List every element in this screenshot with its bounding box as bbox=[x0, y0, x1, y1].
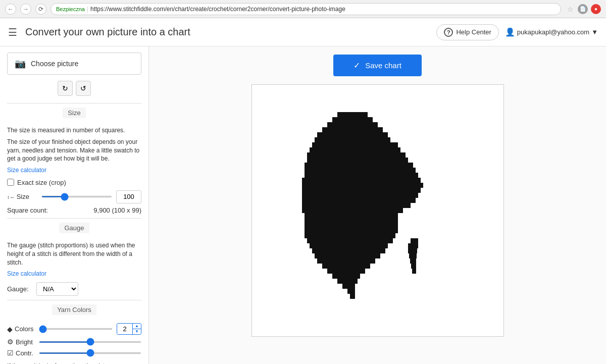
colors-row: ◆ Colors ▲ ▼ bbox=[7, 323, 141, 335]
svg-rect-27 bbox=[305, 228, 398, 233]
size-calculator-link[interactable]: Size calculator bbox=[7, 167, 46, 174]
contr-slider[interactable] bbox=[39, 352, 141, 354]
reload-button[interactable]: ⟳ bbox=[35, 4, 46, 15]
chrome-icons: 📄 ● bbox=[578, 4, 601, 14]
divider-yarn bbox=[7, 300, 141, 300]
gauge-section-header: Gauge bbox=[7, 223, 141, 237]
size-desc1: The size is measured in number of square… bbox=[7, 126, 141, 135]
contr-row: ☑ Contr. bbox=[7, 349, 141, 357]
svg-rect-45 bbox=[410, 258, 416, 264]
gauge-select-row: Gauge: N/A Custom bbox=[7, 282, 141, 296]
size-calculator-link-row: Size calculator bbox=[7, 166, 141, 175]
svg-rect-1 bbox=[332, 117, 373, 122]
svg-rect-8 bbox=[307, 152, 406, 158]
svg-rect-40 bbox=[350, 294, 355, 299]
svg-rect-44 bbox=[409, 253, 417, 258]
yarn-colors-section-label: Yarn Colors bbox=[52, 304, 96, 315]
gauge-calculator-link[interactable]: Size calculator bbox=[7, 270, 46, 277]
colors-spinner: ▲ ▼ bbox=[117, 323, 141, 335]
svg-rect-23 bbox=[403, 198, 411, 203]
svg-rect-33 bbox=[317, 258, 375, 264]
sidebar: 📷 Choose picture ↻ ↺ Size The size is me… bbox=[0, 46, 149, 364]
svg-rect-21 bbox=[398, 188, 413, 193]
svg-rect-42 bbox=[408, 243, 418, 248]
spinner-arrows: ▲ ▼ bbox=[132, 324, 141, 334]
gauge-select[interactable]: N/A Custom bbox=[36, 282, 78, 296]
bright-label: ⚙ Bright bbox=[7, 338, 35, 346]
address-bar: Bezpieczna | https://www.stitchfiddle.co… bbox=[50, 3, 561, 15]
spinner-down-button[interactable]: ▼ bbox=[133, 329, 141, 334]
question-icon: ? bbox=[444, 28, 453, 37]
svg-rect-22 bbox=[400, 193, 411, 198]
secure-label: Bezpieczna bbox=[56, 6, 85, 12]
size-section-header: Size bbox=[7, 108, 141, 122]
gauge-label: Gauge: bbox=[7, 285, 32, 293]
svg-rect-24 bbox=[305, 213, 398, 218]
user-label: pukapukapl@yahoo.com bbox=[517, 28, 589, 36]
rotate-right-button[interactable]: ↺ bbox=[76, 81, 91, 96]
save-chart-label: Save chart bbox=[365, 61, 401, 70]
size-desc2: The size of your finished object depends… bbox=[7, 138, 141, 163]
gauge-desc: The gauge (stitch proportions) is used w… bbox=[7, 241, 141, 267]
svg-rect-7 bbox=[310, 147, 400, 152]
extension-icon[interactable]: 📄 bbox=[578, 4, 588, 14]
svg-rect-31 bbox=[312, 248, 385, 253]
svg-rect-39 bbox=[347, 289, 355, 294]
choose-picture-button[interactable]: 📷 Choose picture bbox=[7, 53, 141, 75]
gauge-section-label: Gauge bbox=[59, 223, 89, 233]
svg-rect-38 bbox=[342, 284, 355, 289]
svg-rect-30 bbox=[310, 243, 388, 248]
africa-map-svg bbox=[277, 102, 479, 319]
colors-slider[interactable] bbox=[39, 328, 113, 330]
svg-rect-29 bbox=[307, 238, 393, 243]
choose-picture-label: Choose picture bbox=[31, 60, 78, 68]
exact-size-checkbox[interactable] bbox=[7, 179, 14, 186]
bright-slider[interactable] bbox=[39, 341, 141, 343]
yarn-colors-section-header: Yarn Colors bbox=[7, 304, 141, 319]
colors-value-input[interactable] bbox=[117, 324, 132, 334]
svg-rect-19 bbox=[302, 208, 403, 213]
check-icon: ✓ bbox=[354, 61, 360, 70]
svg-rect-18 bbox=[302, 203, 411, 208]
svg-rect-41 bbox=[411, 238, 418, 243]
dropdown-arrow-icon: ▼ bbox=[591, 28, 598, 36]
svg-rect-28 bbox=[305, 233, 395, 238]
bookmark-icon[interactable]: ☆ bbox=[567, 5, 574, 13]
exact-size-label: Exact size (crop) bbox=[17, 179, 66, 186]
size-value-input[interactable] bbox=[116, 190, 141, 203]
browser-chrome: ← → ⟳ Bezpieczna | https://www.stitchfid… bbox=[0, 0, 606, 18]
svg-rect-36 bbox=[332, 274, 360, 279]
content-area: ✓ Save chart bbox=[149, 46, 606, 364]
size-slider-row: ↕↔ Size bbox=[7, 190, 141, 203]
colors-label: ◆ Colors bbox=[7, 325, 35, 333]
square-count-label: Square count: bbox=[7, 206, 48, 214]
svg-rect-9 bbox=[307, 158, 408, 163]
help-center-button[interactable]: ? Help Center bbox=[436, 24, 498, 40]
camera-icon: 📷 bbox=[15, 58, 26, 69]
spinner-up-button[interactable]: ▲ bbox=[133, 324, 141, 329]
size-slider[interactable] bbox=[41, 196, 112, 197]
hamburger-menu[interactable]: ☰ bbox=[8, 26, 17, 38]
contr-label: ☑ Contr. bbox=[7, 349, 35, 357]
svg-rect-6 bbox=[312, 142, 398, 147]
back-button[interactable]: ← bbox=[5, 4, 16, 15]
rotate-buttons: ↻ ↺ bbox=[7, 81, 141, 96]
forward-button[interactable]: → bbox=[20, 4, 31, 15]
header-right: ? Help Center 👤 pukapukapl@yahoo.com ▼ bbox=[436, 24, 598, 40]
svg-rect-20 bbox=[393, 183, 413, 188]
svg-rect-25 bbox=[305, 218, 398, 223]
svg-rect-12 bbox=[305, 173, 418, 178]
svg-rect-2 bbox=[327, 122, 378, 127]
svg-rect-35 bbox=[327, 269, 365, 274]
divider-gauge bbox=[7, 218, 141, 219]
svg-rect-46 bbox=[411, 264, 416, 269]
close-icon[interactable]: ● bbox=[591, 4, 601, 14]
rotate-left-button[interactable]: ↻ bbox=[58, 81, 73, 96]
save-chart-button[interactable]: ✓ Save chart bbox=[333, 55, 422, 76]
url-text: https://www.stitchfiddle.com/en/chart/cr… bbox=[90, 6, 345, 13]
user-menu-button[interactable]: 👤 pukapukapl@yahoo.com ▼ bbox=[505, 27, 598, 37]
svg-rect-10 bbox=[305, 163, 413, 168]
svg-rect-11 bbox=[305, 168, 416, 173]
divider-size bbox=[7, 103, 141, 103]
help-label: Help Center bbox=[456, 28, 491, 36]
